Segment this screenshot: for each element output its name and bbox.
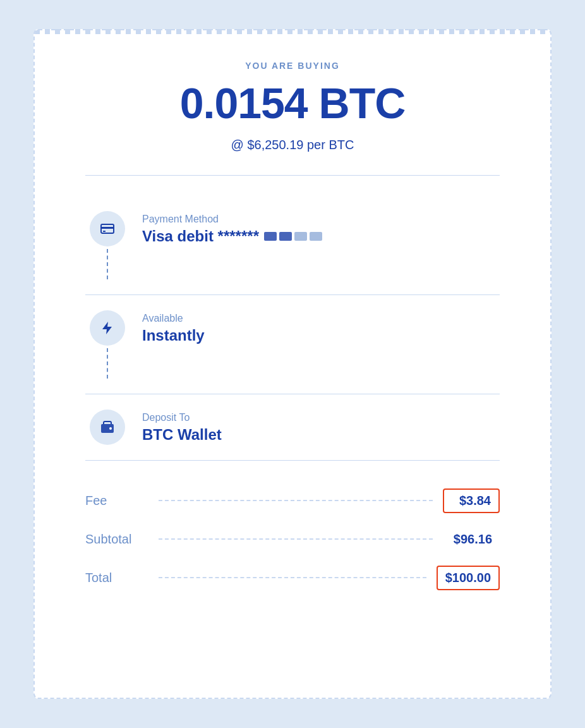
subtotal-value: $96.16 xyxy=(443,528,500,550)
deposit-content: Deposit To BTC Wallet xyxy=(142,410,222,444)
subtitle-label: YOU ARE BUYING xyxy=(85,61,500,71)
totals-section: Fee $3.84 Subtotal $96.16 Total $100.00 xyxy=(85,483,500,590)
deposit-value: BTC Wallet xyxy=(142,426,222,444)
availability-icon-column xyxy=(85,310,130,379)
digit-block-1 xyxy=(264,232,277,241)
svg-point-4 xyxy=(109,427,112,430)
subtotal-label: Subtotal xyxy=(85,532,148,547)
total-label: Total xyxy=(85,571,148,585)
connector-line-2 xyxy=(107,348,108,379)
wallet-icon xyxy=(100,420,115,435)
btc-amount: 0.0154 BTC xyxy=(85,78,500,128)
visa-text: Visa debit ******* xyxy=(142,228,259,245)
items-section: Payment Method Visa debit ******* xyxy=(85,196,500,460)
digit-block-2 xyxy=(279,232,292,241)
card-last-digits xyxy=(264,232,322,241)
payment-icon-column xyxy=(85,211,130,279)
fee-dots xyxy=(159,500,433,501)
availability-icon-circle xyxy=(90,310,125,346)
payment-method-row: Payment Method Visa debit ******* xyxy=(85,196,500,294)
availability-value: Instantly xyxy=(142,327,205,344)
total-row: Total $100.00 xyxy=(85,566,500,590)
subtotal-row: Subtotal $96.16 xyxy=(85,528,500,550)
digit-block-3 xyxy=(294,232,307,241)
subtotal-dots xyxy=(159,538,433,540)
price-per-btc: @ $6,250.19 per BTC xyxy=(85,138,500,152)
digit-block-4 xyxy=(310,232,322,241)
availability-label: Available xyxy=(142,313,205,324)
fee-row: Fee $3.84 xyxy=(85,488,500,513)
lightning-icon xyxy=(100,320,115,336)
connector-line-1 xyxy=(107,249,108,279)
total-dots xyxy=(159,577,426,578)
payment-method-content: Payment Method Visa debit ******* xyxy=(142,211,322,245)
deposit-icon-column xyxy=(85,410,130,445)
payment-icon-circle xyxy=(90,211,125,246)
deposit-icon-circle xyxy=(90,410,125,445)
fee-label: Fee xyxy=(85,494,148,508)
fee-value: $3.84 xyxy=(443,488,500,513)
svg-rect-2 xyxy=(103,231,106,232)
availability-content: Available Instantly xyxy=(142,310,205,344)
top-divider xyxy=(85,175,500,176)
payment-method-value: Visa debit ******* xyxy=(142,228,322,245)
deposit-label: Deposit To xyxy=(142,412,222,423)
purchase-receipt-card: YOU ARE BUYING 0.0154 BTC @ $6,250.19 pe… xyxy=(33,29,552,699)
credit-card-icon xyxy=(100,221,115,236)
availability-row: Available Instantly xyxy=(85,295,500,394)
payment-method-label: Payment Method xyxy=(142,214,322,225)
deposit-row: Deposit To BTC Wallet xyxy=(85,394,500,460)
total-value: $100.00 xyxy=(437,566,500,590)
bottom-divider xyxy=(85,460,500,461)
svg-rect-1 xyxy=(101,227,114,229)
